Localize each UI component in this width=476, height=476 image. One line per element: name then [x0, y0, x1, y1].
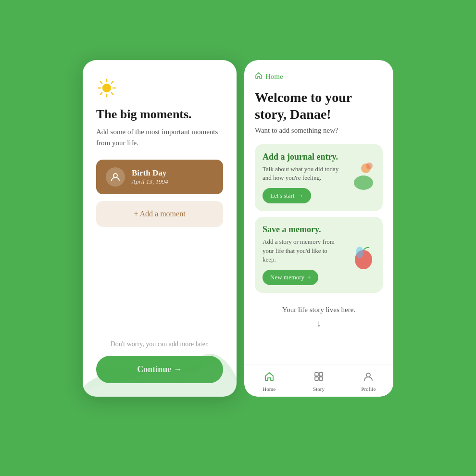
lets-start-label: Let's start — [270, 192, 294, 200]
birthday-icon — [106, 167, 125, 187]
life-story-text: Your life story lives here. — [282, 306, 355, 313]
svg-point-9 — [113, 174, 117, 177]
birthday-date: April 13, 1994 — [132, 178, 168, 186]
life-story-arrow: ↓ — [255, 316, 383, 330]
birthday-title: Birth Day — [132, 168, 168, 178]
home-nav-label: Home — [263, 386, 276, 392]
bottom-nav: Home Story — [244, 364, 393, 397]
right-phone-card: Home Welcome to your story, Danae! Want … — [244, 60, 393, 397]
welcome-subtitle: Want to add something new? — [255, 126, 383, 135]
story-nav-icon — [313, 371, 324, 385]
svg-line-8 — [100, 93, 102, 95]
profile-nav-label: Profile — [361, 386, 376, 392]
birthday-text: Birth Day April 13, 1994 — [132, 168, 168, 186]
right-content: Home Welcome to your story, Danae! Want … — [244, 60, 393, 364]
dont-worry-text: Don't worry, you can add more later. — [96, 340, 223, 348]
memory-description: Add a story or memory from your life tha… — [263, 238, 339, 264]
spacer — [96, 237, 223, 340]
journal-illustration — [335, 144, 383, 211]
new-memory-label: New memory — [270, 274, 304, 281]
svg-rect-16 — [319, 373, 323, 376]
svg-line-5 — [100, 82, 102, 84]
lets-start-button[interactable]: Let's start → — [263, 188, 311, 203]
svg-point-12 — [366, 163, 373, 169]
breadcrumb: Home — [255, 72, 383, 81]
life-story-section: Your life story lives here. ↓ — [255, 299, 383, 335]
nav-profile[interactable]: Profile — [344, 369, 393, 394]
svg-point-14 — [356, 247, 363, 258]
birthday-button[interactable]: Birth Day April 13, 1994 — [96, 160, 223, 194]
breadcrumb-label: Home — [265, 73, 283, 81]
new-memory-button[interactable]: New memory + — [263, 270, 318, 285]
svg-point-19 — [366, 373, 370, 377]
left-heading: The big moments. — [96, 107, 223, 122]
journal-description: Talk about what you did today and how yo… — [263, 165, 339, 182]
lets-start-arrow: → — [297, 192, 303, 200]
scene: The big moments. Add some of the most im… — [83, 60, 393, 397]
add-moment-button[interactable]: + Add a moment — [96, 201, 223, 227]
home-breadcrumb-icon — [255, 72, 263, 81]
journal-card: Add a journal entry. Talk about what you… — [255, 144, 383, 211]
svg-point-0 — [102, 84, 111, 92]
story-nav-label: Story — [313, 386, 325, 392]
welcome-title: Welcome to your story, Danae! — [255, 89, 383, 123]
continue-button[interactable]: Continue → — [96, 356, 223, 383]
home-nav-icon — [264, 371, 275, 385]
new-memory-icon: + — [307, 274, 311, 281]
svg-point-11 — [354, 175, 373, 190]
svg-line-7 — [112, 82, 113, 84]
profile-nav-icon — [363, 371, 374, 385]
left-phone-card: The big moments. Add some of the most im… — [83, 60, 237, 397]
memory-illustration — [335, 217, 383, 293]
svg-rect-17 — [315, 377, 318, 380]
memory-card: Save a memory. Add a story or memory fro… — [255, 217, 383, 293]
svg-rect-15 — [315, 373, 318, 376]
left-subtitle: Add some of the most important moments f… — [96, 126, 223, 148]
nav-home[interactable]: Home — [244, 369, 294, 394]
svg-line-6 — [112, 93, 113, 95]
nav-story[interactable]: Story — [294, 369, 343, 394]
sun-icon — [96, 77, 117, 99]
svg-rect-18 — [319, 377, 323, 380]
